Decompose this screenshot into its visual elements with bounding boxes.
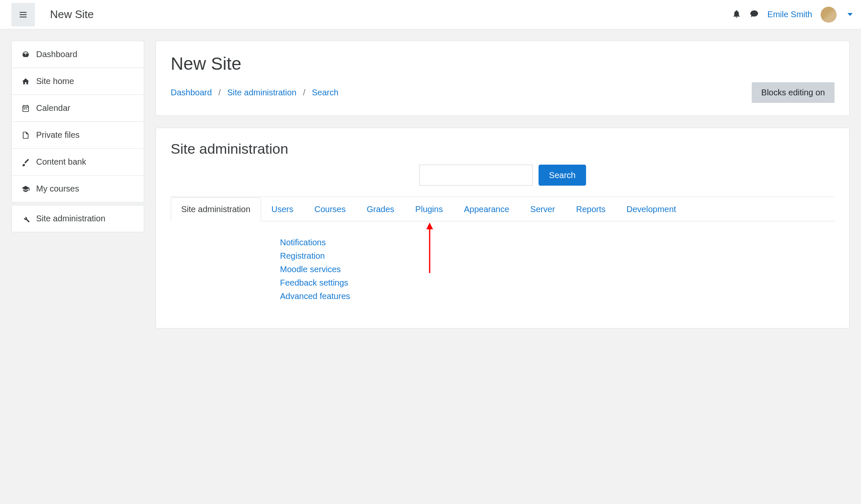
sidebar-item-my-courses[interactable]: My courses [12, 176, 144, 202]
notifications-icon[interactable] [732, 9, 741, 20]
sidebar-item-dashboard[interactable]: Dashboard [12, 41, 144, 68]
sidebar-item-label: Private files [36, 130, 79, 140]
breadcrumb-separator: / [303, 88, 306, 97]
nav-toggle-button[interactable] [11, 3, 35, 26]
tab-courses[interactable]: Courses [304, 197, 356, 221]
blocks-editing-button[interactable]: Blocks editing on [752, 82, 835, 103]
breadcrumb-site-administration[interactable]: Site administration [227, 88, 297, 97]
sidebar-item-label: Content bank [36, 157, 86, 167]
tab-grades[interactable]: Grades [356, 197, 405, 221]
sidebar-item-label: Calendar [36, 103, 70, 113]
site-administration-card: Site administration Search Site administ… [156, 128, 850, 328]
sidebar-item-label: My courses [36, 184, 79, 194]
sidebar-item-label: Site home [36, 76, 74, 86]
tab-plugins[interactable]: Plugins [405, 197, 454, 221]
breadcrumb-separator: / [218, 88, 221, 97]
link-feedback-settings[interactable]: Feedback settings [280, 276, 835, 289]
admin-search-input[interactable] [419, 165, 533, 186]
nav-drawer: Dashboard Site home Calendar Private fil… [0, 29, 156, 244]
calendar-icon [21, 104, 30, 113]
dashboard-icon [21, 50, 30, 59]
admin-tabs: Site administration Users Courses Grades… [171, 197, 835, 221]
sidebar-item-private-files[interactable]: Private files [12, 122, 144, 149]
tab-users[interactable]: Users [261, 197, 304, 221]
hamburger-icon [18, 10, 28, 19]
home-icon [21, 77, 30, 86]
page-header-card: New Site Dashboard / Site administration… [156, 41, 850, 116]
link-advanced-features[interactable]: Advanced features [280, 289, 835, 303]
tab-development[interactable]: Development [616, 197, 687, 221]
avatar[interactable] [821, 7, 837, 23]
sidebar-item-label: Site administration [36, 214, 106, 223]
page-title: New Site [171, 54, 835, 74]
main-content: New Site Dashboard / Site administration… [156, 29, 861, 352]
chevron-down-icon[interactable] [848, 13, 853, 16]
nav-group-main: Dashboard Site home Calendar Private fil… [11, 41, 144, 202]
messages-icon[interactable] [750, 9, 759, 20]
link-registration[interactable]: Registration [280, 249, 835, 262]
sidebar-item-content-bank[interactable]: Content bank [12, 149, 144, 176]
sidebar-item-label: Dashboard [36, 50, 77, 59]
admin-search-button[interactable]: Search [539, 165, 586, 186]
breadcrumb-search[interactable]: Search [312, 88, 338, 97]
user-menu-link[interactable]: Emile Smith [767, 10, 812, 19]
tab-reports[interactable]: Reports [565, 197, 616, 221]
breadcrumb-dashboard[interactable]: Dashboard [171, 88, 212, 97]
sidebar-item-site-administration[interactable]: Site administration [12, 205, 144, 232]
breadcrumb: Dashboard / Site administration / Search [171, 88, 338, 97]
wrench-icon [21, 215, 30, 223]
admin-link-list: Notifications Registration Moodle servic… [171, 221, 835, 315]
site-brand-link[interactable]: New Site [50, 8, 94, 21]
tab-appearance[interactable]: Appearance [453, 197, 520, 221]
tab-site-administration[interactable]: Site administration [171, 197, 261, 221]
graduation-icon [21, 185, 30, 193]
nav-group-admin: Site administration [11, 205, 144, 232]
brush-icon [21, 158, 30, 166]
sidebar-item-calendar[interactable]: Calendar [12, 95, 144, 122]
link-moodle-services[interactable]: Moodle services [280, 262, 835, 276]
top-bar: New Site Emile Smith [0, 0, 861, 29]
tab-server[interactable]: Server [520, 197, 565, 221]
section-title: Site administration [171, 141, 835, 157]
file-icon [21, 131, 30, 139]
link-notifications[interactable]: Notifications [280, 236, 835, 249]
sidebar-item-site-home[interactable]: Site home [12, 68, 144, 95]
